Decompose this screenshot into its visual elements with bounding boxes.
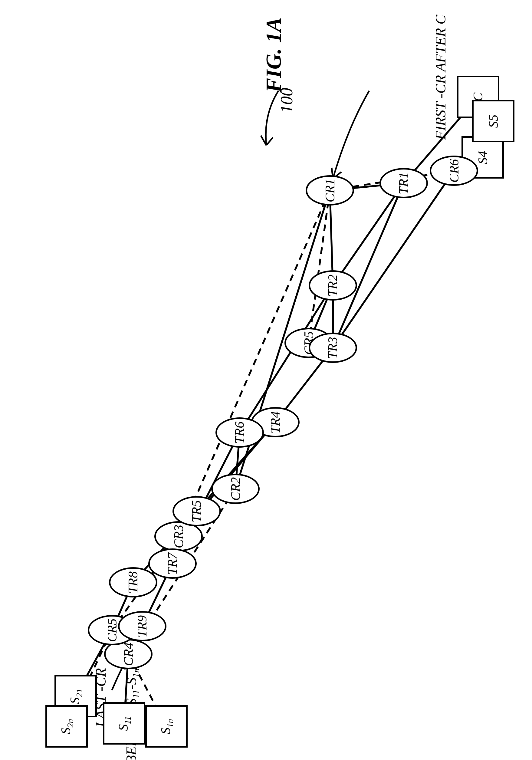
svg-line-3	[333, 183, 404, 348]
node-TR3: TR3	[309, 333, 357, 363]
node-CR1: CR1	[306, 175, 354, 206]
node-S2n: S2n	[45, 705, 88, 748]
node-TR9: TR9	[118, 611, 167, 641]
figure-refnum: 100	[277, 88, 296, 113]
callout-first-cr: FIRST -CR AFTER C	[433, 15, 448, 140]
node-TR5: TR5	[172, 496, 221, 526]
node-TR7: TR7	[148, 548, 197, 579]
figure-title: FIG. 1A	[261, 17, 286, 92]
node-S1n: S1n	[145, 705, 188, 748]
node-S5: S5	[472, 100, 514, 142]
node-TR1: TR1	[379, 168, 428, 198]
node-CR2: CR2	[211, 474, 260, 504]
node-CR6: CR6	[430, 156, 478, 186]
node-TR8: TR8	[109, 567, 157, 597]
node-TR2: TR2	[309, 270, 357, 301]
node-TR6: TR6	[216, 417, 264, 448]
node-S11: S11	[103, 702, 145, 744]
